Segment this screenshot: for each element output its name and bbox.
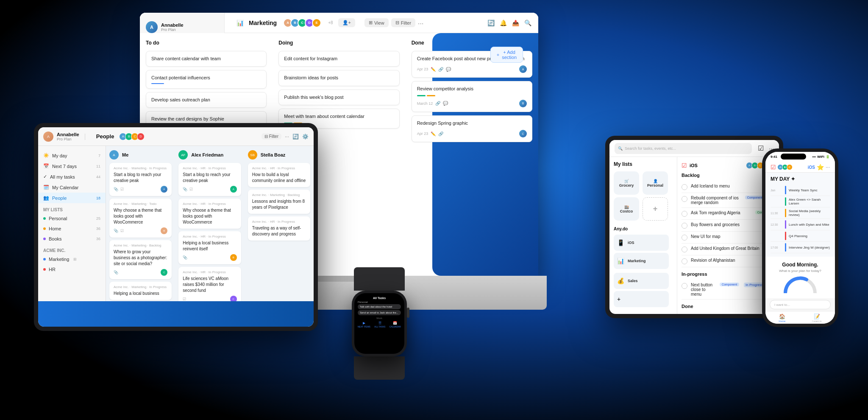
anydoo-add[interactable]: + <box>614 291 669 307</box>
add-member-button[interactable]: 👤+ <box>338 18 355 27</box>
card-title: Edit content for Instagram <box>284 56 394 62</box>
event-bar <box>785 197 786 206</box>
sales-icon: 💰 <box>617 277 624 284</box>
iphone-tab-tasks[interactable]: 📝 I want to <box>812 314 822 322</box>
iphone-input-field[interactable]: I want to... <box>770 300 831 309</box>
ipad-list-personal[interactable]: Personal 25 <box>38 213 106 224</box>
refresh-icon[interactable]: 🔄 <box>487 20 495 26</box>
card-meta: Apr 23 ✏️ 🔗 💬 A <box>417 65 527 73</box>
task-check[interactable] <box>682 283 687 289</box>
ipad-card-me-3[interactable]: Acme Inc. · Marketing · Backlog Where to… <box>109 240 172 279</box>
task-check[interactable] <box>682 258 687 264</box>
ipad-card-stella-1[interactable]: Acme Inc. · HR · In Progress How to buil… <box>248 163 310 187</box>
card-avatar: A <box>519 65 527 73</box>
next-icon: ▶ <box>363 321 365 325</box>
event-text: Lunch with Dylan and Mike <box>789 223 829 227</box>
filter-btn[interactable]: ⊟ Filter <box>262 133 281 140</box>
ipad-nav-calendar[interactable]: 🗓️ My Calendar <box>38 182 106 193</box>
next-label: NEXT ITEMS <box>358 325 370 328</box>
card-brainstorm[interactable]: Brainstorm ideas for posts <box>278 70 399 86</box>
list-grocery[interactable]: 🛒 Grocery <box>614 171 639 195</box>
ipad-card-me-4[interactable]: Acme Inc. · Marketing · In Progress Help… <box>109 282 172 300</box>
task-text: Next button close to menu <box>691 283 716 297</box>
me-name: Me <box>122 152 128 157</box>
card-title: Start a blog to reach your creative peak <box>114 172 167 184</box>
check-icon: ☑ <box>189 187 193 191</box>
anydoo-ios[interactable]: 📱 iOS <box>614 235 669 251</box>
apple-watch-device: All Tasks Personal Talk with dad about t… <box>348 267 411 380</box>
iphone-tab-home[interactable]: 🏠 Home <box>779 314 785 322</box>
list-add[interactable]: + <box>643 197 668 221</box>
event-time: Jan <box>771 189 782 192</box>
topbar-right-icons: 🔄 🔔 📤 🔍 <box>487 20 531 26</box>
ipad-list-home[interactable]: Home 36 <box>38 224 106 234</box>
view-button[interactable]: ⊞ View <box>364 18 389 27</box>
ipad-card-stella-2[interactable]: Acme Inc. · Marketing · Backlog Lessons … <box>248 190 310 214</box>
ipad-nav-my-day[interactable]: ☀️ My day 7 <box>38 150 106 161</box>
more-button[interactable]: ... <box>418 18 423 27</box>
ipad-card-stella-3[interactable]: Acme Inc. · HR · In Progress Traveling a… <box>248 216 310 241</box>
ipad-col-stella: SB Stella Boaz Acme Inc. · HR · In Progr… <box>245 146 314 301</box>
search-bar[interactable]: 🔍 Search for tasks, events, etc... <box>615 143 752 154</box>
list-costco[interactable]: 🏬 Costco <box>614 197 639 221</box>
card-progress <box>417 95 527 96</box>
ipad-acme-marketing[interactable]: Marketing ⊞ <box>38 254 106 264</box>
label: All my tasks <box>50 174 75 179</box>
more-btn[interactable]: ··· <box>285 134 289 140</box>
ipad-card-me-1[interactable]: Acme Inc. · Marketing · In Progress Star… <box>109 163 172 196</box>
ipad-card-me-2[interactable]: Acme Inc. · Marketing · Todo Why choose … <box>109 199 172 238</box>
watch-tab-next[interactable]: ▶ NEXT ITEMS <box>358 321 370 328</box>
progress-yellow <box>427 95 435 96</box>
ipad-nav-people[interactable]: 👥 People 18 <box>38 193 106 203</box>
ipad-nav-next7[interactable]: 📅 Next 7 days 11 <box>38 161 106 171</box>
bell-icon[interactable]: 🔔 <box>500 20 507 26</box>
card-publish-blog[interactable]: Publish this week's blog post <box>278 90 399 105</box>
ipad-left-topbar: A Annabelle Pro Plan | People A B C D ⊟ … <box>38 127 314 146</box>
my-day-title: MY DAY ✦ <box>771 176 830 182</box>
card-share-calendar[interactable]: Share content calendar with team <box>146 51 267 67</box>
watch-task-1: Talk with dad about the hotel <box>358 304 401 309</box>
ipad-right-shell: 🔍 Search for tasks, events, etc... ☑ ···… <box>605 136 783 318</box>
ipad-acme-hr[interactable]: HR <box>38 264 106 274</box>
task-check[interactable] <box>682 184 687 190</box>
anydoo-sales[interactable]: 💰 Sales <box>614 273 669 289</box>
task-check[interactable] <box>682 246 687 252</box>
card-title: Life sciences VC aMoon raises $340 milli… <box>183 276 236 294</box>
ipad-card-alex-3[interactable]: Acme Inc. · HR · In Progress Helping a l… <box>178 231 241 264</box>
card-edit-instagram[interactable]: Edit content for Instagram <box>278 51 399 67</box>
ipad-nav-all-tasks[interactable]: ✓ All my tasks 44 <box>38 171 106 182</box>
topbar-avatars: A B C D E <box>285 18 321 28</box>
anydoo-marketing[interactable]: 📊 Marketing <box>614 253 669 269</box>
task-check[interactable] <box>682 223 687 229</box>
task-check[interactable] <box>682 196 687 202</box>
sun-icon: ☀️ <box>43 153 49 158</box>
share-icon[interactable]: 📤 <box>512 20 519 26</box>
iphone-header-avatars: A B C <box>779 164 793 170</box>
task-check[interactable] <box>682 211 687 217</box>
card-redesign-spring[interactable]: Redesign Spring graphic Apr 23 ✏️ 🔗 C <box>412 115 532 142</box>
card-sales-outreach[interactable]: Develop sales outreach plan <box>146 92 267 108</box>
watch-tab-calendar[interactable]: 📅 CALENDAR <box>389 321 401 328</box>
semicircle-chart <box>783 276 817 293</box>
ipad-list-books[interactable]: Books 36 <box>38 234 106 244</box>
event-alex-sarah: Alex Green <> Sarah Larsen <box>771 196 830 207</box>
ipad-acme-section: Acme Inc. <box>38 244 106 254</box>
search-icon[interactable]: 🔍 <box>524 20 531 26</box>
ipad-card-alex-1[interactable]: Acme Inc. · HR · In Progress Start a blo… <box>178 163 241 196</box>
ipad-card-alex-4[interactable]: Acme Inc. · HR · In Progress Life scienc… <box>178 267 241 301</box>
task-check[interactable] <box>682 235 687 241</box>
list-personal[interactable]: 👤 Personal <box>643 171 668 195</box>
card-title: Why choose a theme that looks good with … <box>183 207 236 225</box>
iphone-bottom-bar: 🏠 Home 📝 I want to <box>765 311 835 324</box>
ios-title: iOS <box>690 163 698 168</box>
filter-button[interactable]: ⊟ Filter <box>391 18 415 27</box>
watch-tabs: ▶ NEXT ITEMS ☰ ALL TASKS 📅 CALENDAR <box>358 321 401 328</box>
settings-btn[interactable]: ⚙️ <box>302 134 309 140</box>
card-competitor-analysis[interactable]: Review competitor analysis March 12 🔗 💬 … <box>412 81 532 112</box>
watch-tab-all[interactable]: ☰ ALL TASKS <box>374 321 385 328</box>
ipad-card-alex-2[interactable]: Acme Inc. · HR · In Progress Why choose … <box>178 199 241 229</box>
card-contact-influencers[interactable]: Contact potential influencers <box>146 70 267 88</box>
refresh-btn[interactable]: 🔄 <box>292 134 299 140</box>
add-section-button[interactable]: + + Add section <box>490 47 523 63</box>
watch-task-text-1: Talk with dad about the hotel <box>360 305 399 308</box>
